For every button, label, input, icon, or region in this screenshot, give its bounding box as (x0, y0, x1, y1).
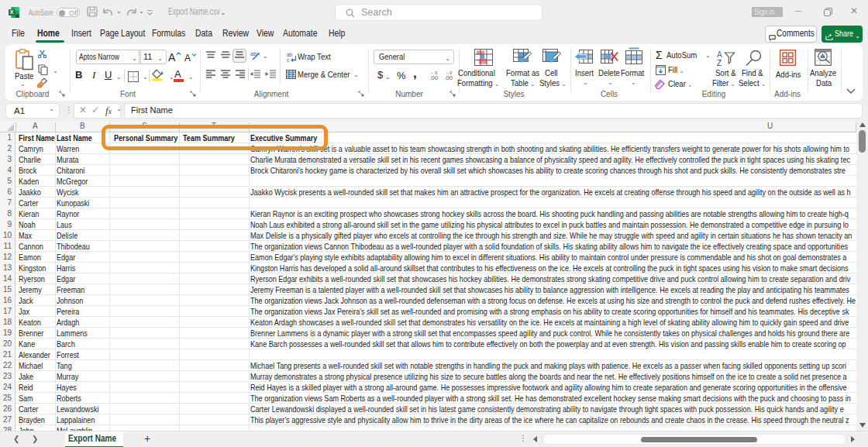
svg-text:ab: ab (287, 52, 293, 57)
svg-text:Z: Z (717, 59, 722, 67)
svg-text:X: X (10, 9, 14, 15)
svg-text:A: A (717, 50, 722, 59)
svg-text:→0: →0 (445, 70, 453, 75)
svg-text:.00: .00 (444, 74, 453, 81)
svg-text:A: A (168, 51, 176, 63)
svg-text:.00: .00 (429, 74, 439, 81)
svg-text:c: c (287, 57, 290, 62)
svg-text:A: A (184, 53, 191, 63)
svg-text:←0: ←0 (430, 70, 438, 75)
